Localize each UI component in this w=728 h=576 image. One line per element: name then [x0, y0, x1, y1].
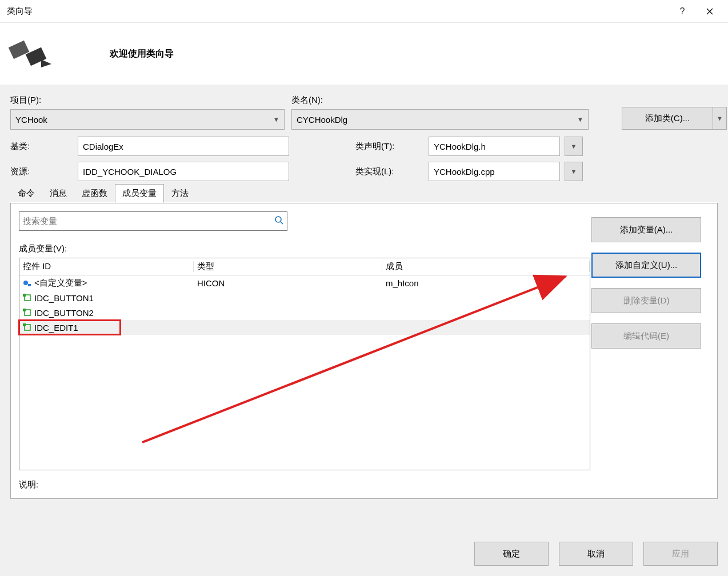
row-id: IDC_BUTTON2 — [34, 308, 94, 318]
row-member: m_hIcon — [382, 278, 590, 288]
column-header-member[interactable]: 成员 — [382, 261, 590, 272]
row-id: <自定义变量> — [34, 278, 87, 289]
chevron-down-icon: ▼ — [577, 116, 583, 123]
member-vars-label: 成员变量(V): — [19, 243, 590, 254]
row-icon — [23, 309, 32, 317]
tab-bar: 命令消息虚函数成员变量方法 — [10, 183, 718, 203]
tab-0[interactable]: 命令 — [10, 184, 42, 203]
table-row[interactable]: IDC_EDIT1 — [19, 320, 590, 335]
tab-2[interactable]: 虚函数 — [74, 184, 115, 203]
cancel-button[interactable]: 取消 — [559, 542, 633, 566]
svg-point-5 — [23, 281, 28, 285]
declaration-dropdown[interactable]: ▼ — [565, 137, 583, 156]
tab-4[interactable]: 方法 — [164, 184, 196, 203]
implementation-dropdown[interactable]: ▼ — [565, 162, 583, 181]
resource-label: 资源: — [10, 166, 73, 177]
window-title: 类向导 — [5, 6, 669, 17]
classname-label: 类名(N): — [291, 95, 589, 106]
implementation-label: 类实现(L): — [355, 166, 424, 177]
add-variable-button[interactable]: 添加变量(A)... — [591, 217, 701, 242]
add-class-dropdown[interactable]: ▼ — [713, 107, 727, 130]
resource-field: IDD_YCHOOK_DIALOG — [78, 162, 289, 181]
row-icon — [23, 323, 32, 331]
apply-button[interactable]: 应用 — [643, 542, 718, 566]
chevron-down-icon: ▼ — [273, 116, 279, 123]
add-custom-button[interactable]: 添加自定义(U)... — [591, 253, 701, 278]
classname-value: CYCHookDlg — [297, 115, 347, 125]
svg-rect-10 — [23, 309, 26, 311]
svg-point-3 — [275, 217, 281, 222]
column-header-id[interactable]: 控件 ID — [19, 261, 194, 272]
wizard-icon — [7, 33, 53, 74]
svg-marker-2 — [41, 59, 51, 67]
tab-1[interactable]: 消息 — [42, 184, 74, 203]
close-button[interactable] — [696, 0, 723, 23]
classname-combo[interactable]: CYCHookDlg ▼ — [291, 109, 589, 130]
project-combo[interactable]: YCHook ▼ — [10, 109, 285, 130]
tab-3[interactable]: 成员变量 — [115, 184, 164, 203]
search-icon — [274, 215, 283, 227]
implementation-field: YCHookDlg.cpp — [429, 162, 560, 181]
declaration-field: YCHookDlg.h — [429, 137, 560, 156]
svg-rect-0 — [9, 41, 29, 59]
table-row[interactable]: IDC_BUTTON2 — [19, 305, 590, 320]
project-label: 项目(P): — [10, 95, 285, 106]
table-row[interactable]: <自定义变量>HICONm_hIcon — [19, 275, 590, 290]
search-input[interactable]: 搜索变量 — [19, 211, 287, 231]
svg-rect-8 — [23, 294, 26, 297]
row-type: HICON — [194, 278, 382, 288]
add-class-label: 添加类(C)... — [622, 107, 713, 130]
baseclass-label: 基类: — [10, 141, 73, 152]
svg-line-4 — [281, 222, 283, 224]
delete-variable-button[interactable]: 删除变量(D) — [591, 288, 701, 313]
table-row[interactable]: IDC_BUTTON1 — [19, 290, 590, 305]
svg-rect-6 — [28, 284, 31, 286]
help-button[interactable]: ? — [669, 0, 696, 23]
description-label: 说明: — [19, 479, 590, 490]
ok-button[interactable]: 确定 — [474, 542, 549, 566]
row-icon — [23, 294, 32, 302]
column-header-type[interactable]: 类型 — [194, 261, 382, 272]
row-icon — [23, 279, 32, 287]
row-id: IDC_EDIT1 — [34, 323, 78, 333]
close-icon — [706, 8, 713, 15]
edit-code-button[interactable]: 编辑代码(E) — [591, 323, 701, 349]
project-value: YCHook — [15, 115, 47, 125]
baseclass-field: CDialogEx — [78, 137, 289, 156]
welcome-text: 欢迎使用类向导 — [110, 48, 174, 60]
tab-panel-member-vars: 搜索变量 成员变量(V): 控件 ID 类型 成员 <自定义变量>HICONm_… — [10, 203, 718, 499]
search-placeholder: 搜索变量 — [23, 216, 57, 227]
row-id: IDC_BUTTON1 — [34, 293, 94, 303]
add-class-button[interactable]: 添加类(C)... ▼ — [622, 107, 727, 130]
svg-rect-12 — [23, 323, 26, 326]
declaration-label: 类声明(T): — [355, 141, 424, 152]
member-variable-table: 控件 ID 类型 成员 <自定义变量>HICONm_hIconIDC_BUTTO… — [19, 258, 590, 470]
